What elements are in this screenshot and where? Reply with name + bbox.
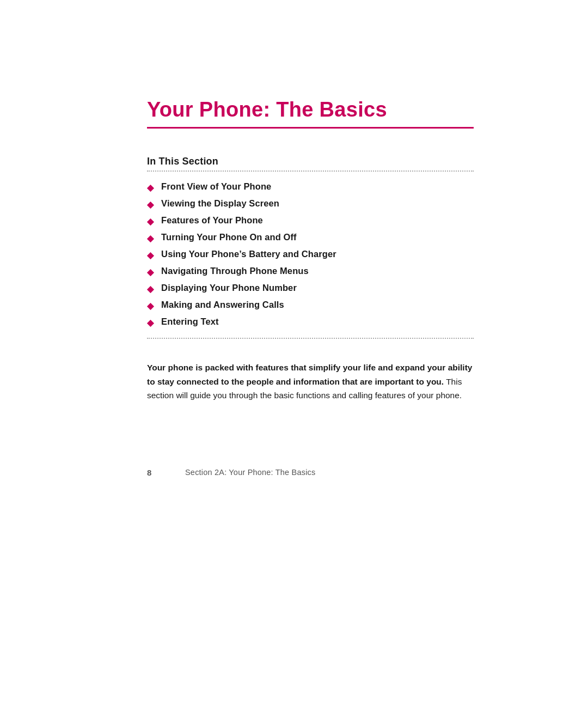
toc-item: ◆Making and Answering Calls xyxy=(147,300,474,311)
diamond-icon: ◆ xyxy=(147,267,154,277)
toc-item: ◆Viewing the Display Screen xyxy=(147,198,474,210)
page-footer: 8 Section 2A: Your Phone: The Basics xyxy=(147,468,474,477)
toc-item-label: Navigating Through Phone Menus xyxy=(161,266,309,276)
toc-item: ◆Navigating Through Phone Menus xyxy=(147,266,474,277)
diamond-icon: ◆ xyxy=(147,216,154,227)
diamond-icon: ◆ xyxy=(147,284,154,294)
toc-item: ◆Turning Your Phone On and Off xyxy=(147,232,474,244)
page-number: 8 xyxy=(147,468,158,477)
toc-item-label: Features of Your Phone xyxy=(161,215,263,226)
section-heading: In This Section xyxy=(147,156,474,167)
toc-item-label: Front View of Your Phone xyxy=(161,181,271,192)
toc-item-label: Turning Your Phone On and Off xyxy=(161,232,297,242)
dotted-rule-top xyxy=(147,171,474,172)
diamond-icon: ◆ xyxy=(147,199,154,210)
diamond-icon: ◆ xyxy=(147,233,154,244)
toc-item: ◆Displaying Your Phone Number xyxy=(147,283,474,294)
diamond-icon: ◆ xyxy=(147,182,154,193)
intro-bold-text: Your phone is packed with features that … xyxy=(147,363,472,386)
dotted-rule-bottom xyxy=(147,338,474,339)
page-container: Your Phone: The Basics In This Section ◆… xyxy=(82,0,506,521)
toc-item-label: Displaying Your Phone Number xyxy=(161,283,297,293)
diamond-icon: ◆ xyxy=(147,301,154,311)
diamond-icon: ◆ xyxy=(147,318,154,328)
toc-item-label: Viewing the Display Screen xyxy=(161,198,279,209)
chapter-title: Your Phone: The Basics xyxy=(147,98,474,121)
toc-item: ◆Front View of Your Phone xyxy=(147,181,474,193)
toc-list: ◆Front View of Your Phone◆Viewing the Di… xyxy=(147,181,474,328)
toc-item: ◆Features of Your Phone xyxy=(147,215,474,227)
toc-item: ◆Entering Text xyxy=(147,317,474,328)
toc-item: ◆Using Your Phone’s Battery and Charger xyxy=(147,249,474,260)
diamond-icon: ◆ xyxy=(147,250,154,260)
title-rule xyxy=(147,127,474,129)
footer-section-label: Section 2A: Your Phone: The Basics xyxy=(185,468,316,477)
intro-paragraph: Your phone is packed with features that … xyxy=(147,361,474,403)
toc-item-label: Using Your Phone’s Battery and Charger xyxy=(161,249,336,259)
toc-item-label: Entering Text xyxy=(161,317,219,327)
toc-item-label: Making and Answering Calls xyxy=(161,300,284,310)
